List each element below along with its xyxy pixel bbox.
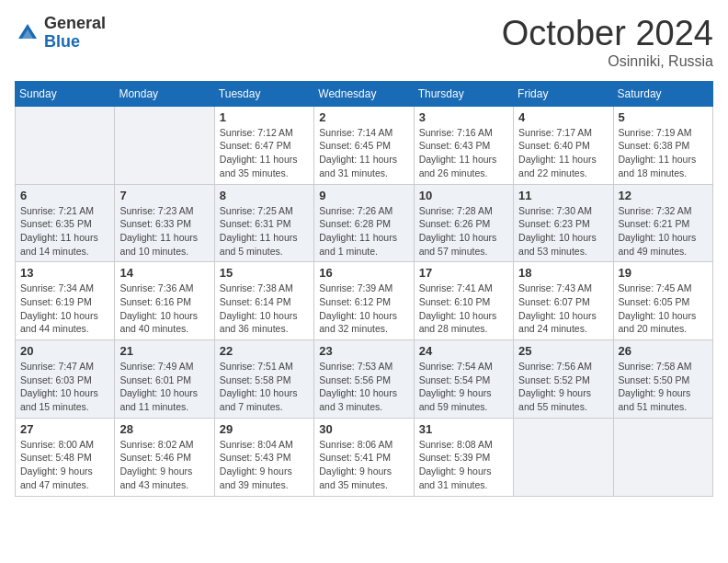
day-header-monday: Monday — [115, 81, 214, 106]
day-info: Sunrise: 7:21 AM Sunset: 6:35 PM Dayligh… — [20, 204, 109, 259]
calendar-cell: 10Sunrise: 7:28 AM Sunset: 6:26 PM Dayli… — [414, 184, 513, 262]
day-info: Sunrise: 7:53 AM Sunset: 5:56 PM Dayligh… — [319, 360, 408, 414]
day-number: 20 — [20, 344, 109, 358]
day-number: 30 — [319, 422, 408, 436]
day-info: Sunrise: 7:34 AM Sunset: 6:19 PM Dayligh… — [20, 282, 109, 336]
day-info: Sunrise: 7:26 AM Sunset: 6:28 PM Dayligh… — [319, 204, 408, 259]
day-number: 23 — [319, 344, 408, 358]
day-info: Sunrise: 7:28 AM Sunset: 6:26 PM Dayligh… — [419, 204, 508, 259]
day-number: 2 — [319, 110, 408, 124]
day-number: 12 — [619, 189, 708, 202]
day-info: Sunrise: 7:25 AM Sunset: 6:31 PM Dayligh… — [220, 204, 309, 259]
calendar-cell: 22Sunrise: 7:51 AM Sunset: 5:58 PM Dayli… — [214, 340, 313, 419]
calendar-cell: 25Sunrise: 7:56 AM Sunset: 5:52 PM Dayli… — [514, 340, 613, 419]
calendar-cell — [514, 418, 613, 496]
location-label: Osinniki, Russia — [502, 53, 713, 70]
calendar-cell: 4Sunrise: 7:17 AM Sunset: 6:40 PM Daylig… — [514, 106, 613, 184]
calendar-cell: 15Sunrise: 7:38 AM Sunset: 6:14 PM Dayli… — [214, 262, 313, 340]
day-number: 22 — [220, 344, 309, 358]
day-number: 10 — [419, 189, 508, 202]
day-number: 17 — [419, 266, 508, 280]
logo-text: General Blue — [44, 15, 106, 52]
day-number: 18 — [518, 266, 608, 280]
day-number: 13 — [20, 266, 109, 280]
day-info: Sunrise: 7:51 AM Sunset: 5:58 PM Dayligh… — [220, 360, 309, 414]
calendar-cell: 26Sunrise: 7:58 AM Sunset: 5:50 PM Dayli… — [613, 340, 712, 419]
calendar-cell: 1Sunrise: 7:12 AM Sunset: 6:47 PM Daylig… — [214, 106, 313, 184]
day-number: 1 — [220, 110, 309, 124]
day-info: Sunrise: 7:39 AM Sunset: 6:12 PM Dayligh… — [319, 282, 408, 336]
day-number: 16 — [319, 266, 408, 280]
calendar-cell: 3Sunrise: 7:16 AM Sunset: 6:43 PM Daylig… — [414, 106, 513, 184]
day-info: Sunrise: 8:04 AM Sunset: 5:43 PM Dayligh… — [220, 438, 309, 492]
day-info: Sunrise: 7:41 AM Sunset: 6:10 PM Dayligh… — [419, 282, 508, 336]
logo-general-label: General — [44, 15, 106, 33]
calendar-cell: 21Sunrise: 7:49 AM Sunset: 6:01 PM Dayli… — [115, 340, 214, 419]
day-number: 6 — [20, 189, 109, 202]
day-info: Sunrise: 7:17 AM Sunset: 6:40 PM Dayligh… — [518, 126, 608, 180]
calendar-cell: 2Sunrise: 7:14 AM Sunset: 6:45 PM Daylig… — [314, 106, 414, 184]
day-number: 15 — [220, 266, 309, 280]
day-number: 8 — [220, 189, 309, 202]
day-number: 31 — [419, 422, 508, 436]
calendar-cell: 20Sunrise: 7:47 AM Sunset: 6:03 PM Dayli… — [16, 340, 115, 419]
logo-blue-label: Blue — [44, 33, 106, 52]
calendar-cell: 24Sunrise: 7:54 AM Sunset: 5:54 PM Dayli… — [414, 340, 513, 419]
calendar-cell: 19Sunrise: 7:45 AM Sunset: 6:05 PM Dayli… — [613, 262, 712, 340]
calendar-cell — [16, 106, 115, 184]
day-info: Sunrise: 7:14 AM Sunset: 6:45 PM Dayligh… — [319, 126, 408, 180]
day-info: Sunrise: 7:47 AM Sunset: 6:03 PM Dayligh… — [20, 360, 109, 414]
page-header: General Blue October 2024 Osinniki, Russ… — [15, 15, 713, 70]
day-info: Sunrise: 7:19 AM Sunset: 6:38 PM Dayligh… — [619, 126, 708, 180]
day-info: Sunrise: 7:45 AM Sunset: 6:05 PM Dayligh… — [619, 282, 708, 336]
calendar-week-row: 6Sunrise: 7:21 AM Sunset: 6:35 PM Daylig… — [16, 184, 713, 262]
day-info: Sunrise: 8:08 AM Sunset: 5:39 PM Dayligh… — [419, 438, 508, 492]
calendar-header-row: SundayMondayTuesdayWednesdayThursdayFrid… — [16, 81, 713, 106]
day-number: 14 — [119, 266, 209, 280]
day-info: Sunrise: 7:38 AM Sunset: 6:14 PM Dayligh… — [220, 282, 309, 336]
calendar-cell — [613, 418, 712, 496]
calendar-cell: 11Sunrise: 7:30 AM Sunset: 6:23 PM Dayli… — [514, 184, 613, 262]
day-number: 11 — [518, 189, 608, 202]
calendar-week-row: 20Sunrise: 7:47 AM Sunset: 6:03 PM Dayli… — [16, 340, 713, 419]
calendar-cell: 23Sunrise: 7:53 AM Sunset: 5:56 PM Dayli… — [314, 340, 414, 419]
day-info: Sunrise: 7:56 AM Sunset: 5:52 PM Dayligh… — [518, 360, 608, 414]
day-header-tuesday: Tuesday — [214, 81, 313, 106]
day-header-saturday: Saturday — [613, 81, 712, 106]
calendar-cell: 27Sunrise: 8:00 AM Sunset: 5:48 PM Dayli… — [16, 418, 115, 496]
calendar-cell: 30Sunrise: 8:06 AM Sunset: 5:41 PM Dayli… — [314, 418, 414, 496]
day-number: 29 — [220, 422, 309, 436]
calendar-week-row: 13Sunrise: 7:34 AM Sunset: 6:19 PM Dayli… — [16, 262, 713, 340]
day-info: Sunrise: 7:32 AM Sunset: 6:21 PM Dayligh… — [619, 204, 708, 259]
calendar-cell: 16Sunrise: 7:39 AM Sunset: 6:12 PM Dayli… — [314, 262, 414, 340]
day-info: Sunrise: 7:54 AM Sunset: 5:54 PM Dayligh… — [419, 360, 508, 414]
logo-icon — [15, 20, 40, 46]
calendar-cell: 13Sunrise: 7:34 AM Sunset: 6:19 PM Dayli… — [16, 262, 115, 340]
day-info: Sunrise: 7:49 AM Sunset: 6:01 PM Dayligh… — [119, 360, 209, 414]
calendar-week-row: 27Sunrise: 8:00 AM Sunset: 5:48 PM Dayli… — [16, 418, 713, 496]
day-number: 5 — [619, 110, 708, 124]
day-info: Sunrise: 8:06 AM Sunset: 5:41 PM Dayligh… — [319, 438, 408, 492]
day-number: 25 — [518, 344, 608, 358]
day-number: 19 — [619, 266, 708, 280]
logo: General Blue — [15, 15, 106, 52]
day-info: Sunrise: 7:30 AM Sunset: 6:23 PM Dayligh… — [518, 204, 608, 259]
title-block: October 2024 Osinniki, Russia — [502, 15, 713, 70]
calendar-cell: 29Sunrise: 8:04 AM Sunset: 5:43 PM Dayli… — [214, 418, 313, 496]
day-info: Sunrise: 7:12 AM Sunset: 6:47 PM Dayligh… — [220, 126, 309, 180]
calendar-cell: 6Sunrise: 7:21 AM Sunset: 6:35 PM Daylig… — [16, 184, 115, 262]
day-header-wednesday: Wednesday — [314, 81, 414, 106]
calendar-cell: 8Sunrise: 7:25 AM Sunset: 6:31 PM Daylig… — [214, 184, 313, 262]
calendar-cell: 28Sunrise: 8:02 AM Sunset: 5:46 PM Dayli… — [115, 418, 214, 496]
calendar-table: SundayMondayTuesdayWednesdayThursdayFrid… — [15, 81, 713, 497]
day-header-sunday: Sunday — [16, 81, 115, 106]
calendar-cell: 31Sunrise: 8:08 AM Sunset: 5:39 PM Dayli… — [414, 418, 513, 496]
day-number: 26 — [619, 344, 708, 358]
day-info: Sunrise: 7:23 AM Sunset: 6:33 PM Dayligh… — [119, 204, 209, 259]
calendar-cell: 9Sunrise: 7:26 AM Sunset: 6:28 PM Daylig… — [314, 184, 414, 262]
day-number: 28 — [119, 422, 209, 436]
day-info: Sunrise: 7:58 AM Sunset: 5:50 PM Dayligh… — [619, 360, 708, 414]
day-number: 3 — [419, 110, 508, 124]
calendar-cell: 17Sunrise: 7:41 AM Sunset: 6:10 PM Dayli… — [414, 262, 513, 340]
calendar-week-row: 1Sunrise: 7:12 AM Sunset: 6:47 PM Daylig… — [16, 106, 713, 184]
